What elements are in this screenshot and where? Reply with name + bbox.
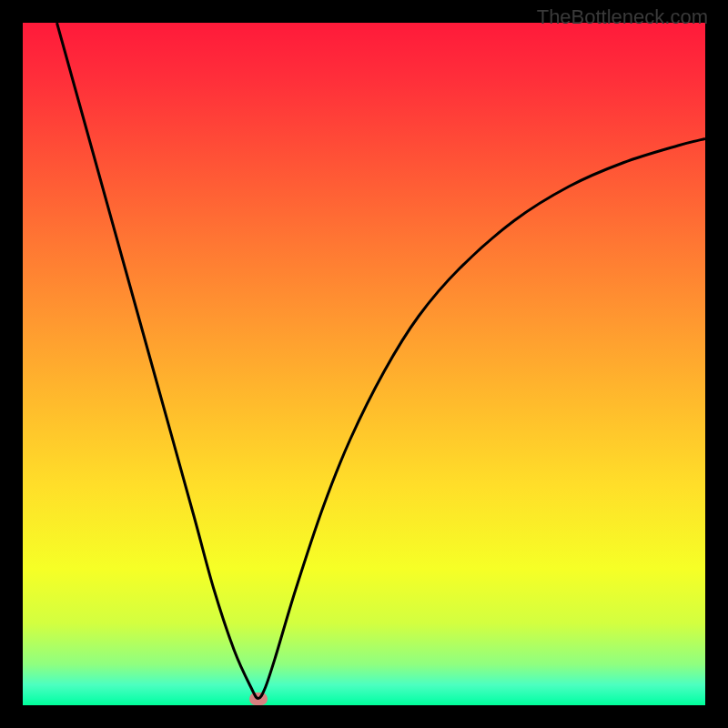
bottleneck-curve-path xyxy=(57,23,706,699)
chart-frame xyxy=(23,23,705,705)
curve-plot xyxy=(23,23,705,705)
watermark-text: TheBottleneck.com xyxy=(537,5,708,29)
